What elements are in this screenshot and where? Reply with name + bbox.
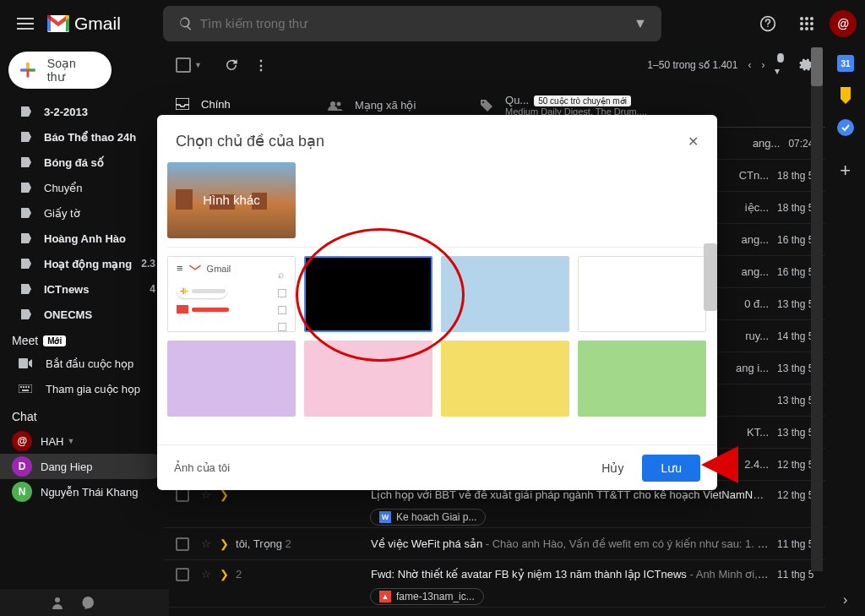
apps-button[interactable] (791, 8, 823, 40)
mail-checkbox[interactable] (176, 568, 189, 581)
sidebar-label[interactable]: Hoạt động mạng2.3 (0, 251, 164, 276)
svg-rect-14 (23, 386, 24, 388)
theme-swatch-white[interactable] (578, 256, 706, 332)
chat-me[interactable]: @ HAH ▼ (0, 428, 164, 454)
collapse-panel-button[interactable]: › (843, 592, 847, 608)
svg-rect-16 (28, 386, 30, 388)
theme-preview-default[interactable]: ≡ Gmail ++ ⌕ (167, 256, 296, 332)
theme-more-images[interactable]: Hình khác (167, 162, 296, 238)
svg-point-25 (55, 597, 60, 602)
promo-count-badge: 50 cuộc trò chuyện mới (534, 95, 631, 106)
attachment-chip[interactable]: ▲fame-13nam_ic... (370, 588, 484, 605)
input-tools-button[interactable]: ▾ (775, 53, 786, 77)
sidebar-label[interactable]: ONECMS (0, 302, 164, 327)
svg-point-24 (837, 119, 854, 136)
chat-contact[interactable]: DDang Hiep (0, 454, 164, 479)
mail-row[interactable]: ☆❯tôi, Trọng 2Về việc WeFit phá sản - Ch… (164, 528, 825, 560)
mail-scrollbar[interactable] (811, 47, 823, 571)
mail-row[interactable]: ☆❯ 2Fwd: Nhờ thiết kế avatar FB kỷ niệm … (164, 560, 825, 608)
importance-icon[interactable]: ❯ (220, 568, 229, 581)
sidebar-label[interactable]: Hoàng Anh Hào (0, 226, 164, 251)
dialog-scrollbar[interactable] (704, 243, 717, 311)
more-button[interactable]: ⋮ (254, 57, 269, 74)
sidebar-label[interactable]: Chuyển (0, 175, 164, 200)
save-button[interactable]: Lưu (642, 455, 700, 482)
gmail-icon (47, 15, 69, 32)
app-header: Gmail ▼ @ (0, 0, 865, 46)
person-icon[interactable] (51, 596, 64, 609)
main-menu-button[interactable] (8, 7, 42, 41)
cancel-button[interactable]: Hủy (588, 455, 637, 482)
inbox-icon (176, 98, 189, 110)
star-icon[interactable]: ☆ (201, 568, 211, 581)
close-button[interactable]: ✕ (688, 134, 699, 150)
gmail-mini-icon (188, 264, 202, 274)
gmail-logo[interactable]: Gmail (47, 14, 121, 34)
next-page-button[interactable]: › (761, 59, 764, 71)
input-icon (775, 53, 786, 65)
hangouts-icon[interactable] (81, 596, 95, 609)
my-photos-link[interactable]: Ảnh của tôi (174, 461, 230, 474)
svg-point-20 (337, 101, 341, 106)
theme-swatch-yellow[interactable] (441, 341, 569, 417)
app-name: Gmail (74, 14, 121, 34)
meet-join[interactable]: Tham gia cuộc họp (0, 376, 164, 401)
search-options-dropdown[interactable]: ▼ (628, 16, 653, 31)
keep-icon[interactable] (837, 87, 854, 104)
chat-contact[interactable]: NNguyễn Thái Khang (0, 479, 164, 504)
help-button[interactable] (752, 8, 784, 40)
theme-swatch-green[interactable] (578, 341, 706, 417)
theme-swatch-lightblue[interactable] (441, 256, 569, 332)
svg-point-8 (800, 27, 803, 30)
prev-page-button[interactable]: ‹ (748, 59, 751, 71)
account-avatar[interactable]: @ (830, 10, 857, 37)
compose-button[interactable]: Soạn thư (8, 52, 112, 89)
select-all-checkbox[interactable] (176, 57, 191, 73)
svg-rect-12 (19, 384, 32, 393)
hamburger-icon (17, 18, 34, 30)
sidebar-label[interactable]: Giấy tờ (0, 200, 164, 226)
importance-icon[interactable]: ❯ (220, 537, 229, 550)
mail-checkbox[interactable] (176, 537, 189, 551)
sidebar-label[interactable]: Bóng đá số (0, 150, 164, 175)
tag-icon (480, 99, 493, 112)
sidebar-label[interactable]: Báo Thể thao 24h (0, 124, 164, 150)
sidebar-label[interactable]: 3-2-2013 (0, 99, 164, 124)
sidebar-label[interactable]: ICTnews4 (0, 276, 164, 302)
theme-swatch-pink[interactable] (304, 341, 432, 417)
chevron-down-icon[interactable]: ▼ (67, 437, 74, 445)
svg-point-3 (805, 17, 808, 20)
select-dropdown[interactable]: ▼ (194, 61, 202, 69)
video-icon (19, 358, 34, 368)
search-bar[interactable]: ▼ (163, 6, 661, 41)
svg-rect-13 (20, 386, 22, 388)
add-addon-button[interactable]: + (840, 160, 851, 182)
theme-swatch-purple[interactable] (167, 341, 296, 417)
tasks-icon[interactable] (837, 119, 854, 136)
svg-text:31: 31 (841, 59, 851, 68)
chat-section-header: Chat (0, 401, 164, 428)
compose-label: Soạn thư (47, 57, 96, 84)
meet-start[interactable]: Bắt đầu cuộc họp (0, 351, 164, 376)
star-icon[interactable]: ☆ (201, 537, 211, 550)
search-icon (171, 16, 200, 31)
people-icon (328, 100, 343, 112)
keyboard-icon (19, 384, 34, 393)
svg-point-4 (810, 17, 813, 20)
refresh-button[interactable] (224, 57, 239, 73)
meet-section-header: MeetMới (0, 327, 164, 351)
sidebar-footer (0, 589, 169, 616)
search-input[interactable] (200, 16, 628, 30)
calendar-icon[interactable]: 31 (837, 55, 854, 72)
apps-grid-icon (799, 16, 814, 31)
svg-point-9 (805, 27, 808, 30)
page-info: 1–50 trong số 1.401 (647, 59, 737, 71)
star-icon[interactable]: ☆ (201, 488, 211, 501)
importance-icon[interactable]: ❯ (220, 488, 229, 501)
theme-swatch-black[interactable] (304, 256, 432, 332)
svg-point-7 (810, 22, 813, 25)
help-icon (759, 15, 776, 32)
attachment-chip[interactable]: WKe hoach Giai p... (370, 509, 486, 526)
svg-rect-17 (22, 390, 29, 391)
mail-toolbar: ▼ ⋮ 1–50 trong số 1.401 ‹ › ▾ (164, 46, 825, 84)
